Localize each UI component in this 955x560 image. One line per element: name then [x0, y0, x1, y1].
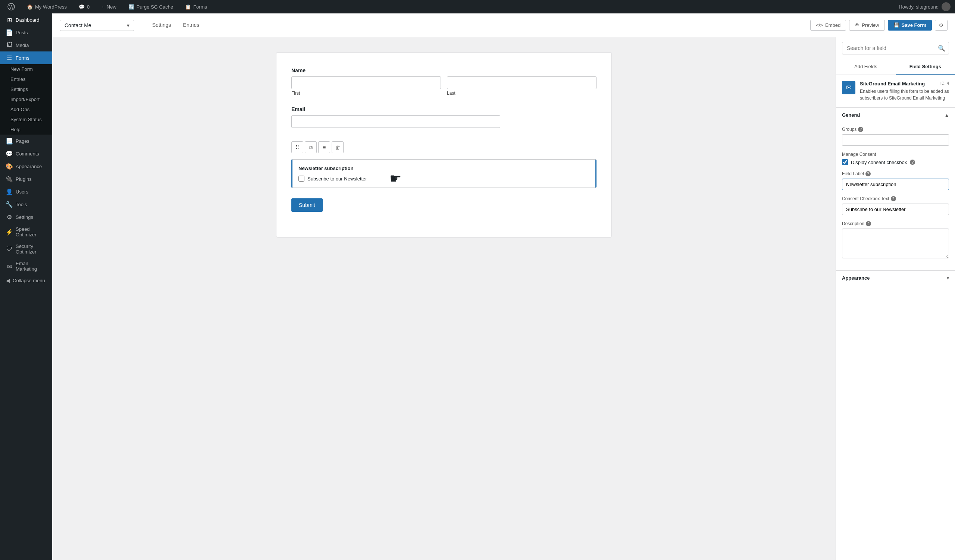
save-form-button[interactable]: 💾 Save Form	[888, 20, 932, 31]
form-inner: Name First Last	[276, 52, 612, 237]
embed-icon: </>	[816, 22, 823, 28]
purge-icon: 🔄	[128, 4, 134, 10]
consent-text-help-icon[interactable]: ?	[891, 196, 896, 201]
sidebar-item-speed-optimizer[interactable]: ⚡ Speed Optimizer	[0, 223, 52, 240]
groups-help-icon[interactable]: ?	[858, 127, 863, 132]
duplicate-button[interactable]: ⧉	[305, 141, 317, 153]
manage-consent-label: Manage Consent	[842, 152, 949, 157]
form-nav-settings[interactable]: Settings	[146, 19, 177, 32]
delete-button[interactable]: 🗑	[332, 141, 344, 153]
sidebar-item-add-ons[interactable]: Add-Ons	[0, 105, 52, 114]
field-label-field: Field Label ?	[842, 171, 949, 190]
email-field-group: Email	[291, 106, 596, 128]
copy-icon: ⧉	[309, 144, 313, 151]
embed-button[interactable]: </> Embed	[810, 20, 846, 31]
drag-icon: ⠿	[296, 144, 299, 150]
tools-icon: 🔧	[6, 201, 13, 207]
field-label-help-icon[interactable]: ?	[866, 171, 871, 176]
email-input[interactable]	[291, 115, 500, 128]
sidebar-item-users[interactable]: 👤 Users	[0, 185, 52, 198]
sidebar-item-email-marketing[interactable]: ✉ Email Marketing	[0, 257, 52, 275]
search-input[interactable]	[842, 42, 949, 55]
general-label: General	[842, 112, 860, 118]
chevron-up-icon: ▲	[944, 112, 949, 118]
sidebar-item-entries[interactable]: Entries	[0, 74, 52, 84]
description-textarea[interactable]	[842, 229, 949, 258]
sidebar-item-posts[interactable]: 📄 Posts	[0, 26, 52, 39]
sidebar-item-security-optimizer[interactable]: 🛡 Security Optimizer	[0, 240, 52, 257]
sidebar-item-new-form[interactable]: New Form	[0, 64, 52, 74]
form-nav-entries[interactable]: Entries	[177, 19, 205, 32]
sidebar-item-appearance[interactable]: 🎨 Appearance	[0, 160, 52, 173]
consent-text-label: Consent Checkbox Text ?	[842, 196, 949, 201]
form-selector[interactable]: Contact Me ▾	[60, 20, 134, 31]
search-bar: 🔍	[836, 37, 955, 59]
users-icon: 👤	[6, 188, 13, 195]
sidebar-item-dashboard[interactable]: ⊞ Dashboard	[0, 13, 52, 26]
appearance-accordion-header[interactable]: Appearance ▾	[836, 271, 955, 285]
preview-button[interactable]: 👁 Preview	[849, 20, 885, 31]
forms-sidebar-icon: ☰	[6, 55, 13, 61]
plugin-info: SiteGround Email Marketing ID: 4 Enables…	[860, 81, 949, 101]
general-accordion-header[interactable]: General ▲	[836, 108, 955, 122]
new-icon: +	[102, 4, 105, 10]
description-label: Description ?	[842, 221, 949, 226]
sidebar-item-forms[interactable]: ☰ Forms	[0, 51, 52, 64]
media-icon: 🖼	[6, 42, 13, 48]
submit-field-group: Submit	[291, 198, 596, 212]
trash-icon: 🗑	[335, 144, 340, 150]
gear-icon: ⚙	[939, 22, 943, 28]
tab-add-fields[interactable]: Add Fields	[836, 59, 896, 75]
admin-bar-my-wordpress[interactable]: 🏠 My WordPress	[24, 0, 70, 13]
display-consent-label: Display consent checkbox	[851, 159, 907, 165]
admin-bar-wp-logo[interactable]: W	[5, 0, 18, 13]
sidebar-item-settings-main[interactable]: ⚙ Settings	[0, 211, 52, 223]
description-help-icon[interactable]: ?	[866, 221, 871, 226]
body-area: Name First Last	[52, 37, 955, 560]
comments-icon: 💬	[79, 4, 85, 10]
collapse-menu-button[interactable]: ◀ Collapse menu	[0, 275, 52, 286]
email-icon: ✉	[6, 263, 13, 270]
field-label-input[interactable]	[842, 179, 949, 190]
sidebar-item-help[interactable]: Help	[0, 125, 52, 134]
appearance-icon: 🎨	[6, 163, 13, 170]
sidebar-item-import-export[interactable]: Import/Export	[0, 94, 52, 105]
sidebar-item-media[interactable]: 🖼 Media	[0, 39, 52, 51]
admin-bar-purge[interactable]: 🔄 Purge SG Cache	[125, 0, 176, 13]
header-actions: </> Embed 👁 Preview 💾 Save Form ⚙	[810, 20, 947, 31]
sidebar-item-pages[interactable]: 📃 Pages	[0, 134, 52, 147]
description-field: Description ?	[842, 221, 949, 259]
collapse-icon: ◀	[6, 278, 10, 283]
admin-bar-forms[interactable]: 📋 Forms	[182, 0, 210, 13]
submit-button[interactable]: Submit	[291, 198, 323, 212]
last-name-input[interactable]	[447, 76, 596, 89]
sidebar-item-settings[interactable]: Settings	[0, 84, 52, 94]
display-consent-checkbox[interactable]	[842, 159, 848, 165]
consent-checkbox-row: Display consent checkbox ?	[842, 159, 949, 165]
sidebar-item-comments[interactable]: 💬 Comments	[0, 147, 52, 160]
newsletter-section-label: Newsletter subscription	[299, 165, 590, 171]
consent-text-input[interactable]	[842, 204, 949, 215]
admin-bar-new[interactable]: + New	[99, 0, 119, 13]
plugin-card: ✉ SiteGround Email Marketing ID: 4 Enabl…	[836, 75, 955, 108]
sidebar-item-tools[interactable]: 🔧 Tools	[0, 198, 52, 211]
form-canvas: Name First Last	[52, 37, 836, 560]
name-field-group: Name First Last	[291, 67, 596, 96]
groups-input[interactable]	[842, 134, 949, 146]
display-consent-help-icon[interactable]: ?	[910, 159, 915, 165]
admin-bar-comments[interactable]: 💬 0	[76, 0, 92, 13]
settings-button[interactable]: ≡	[318, 141, 330, 153]
drag-handle-button[interactable]: ⠿	[291, 141, 303, 153]
sidebar-item-system-status[interactable]: System Status	[0, 114, 52, 125]
forms-icon: 📋	[185, 4, 191, 10]
search-icon: 🔍	[938, 45, 945, 52]
form-header: Contact Me ▾ Settings Entries </> Embed …	[52, 13, 955, 37]
first-name-input[interactable]	[291, 76, 441, 89]
section-drag-handle	[595, 159, 596, 187]
sidebar-item-plugins[interactable]: 🔌 Plugins	[0, 173, 52, 185]
email-marketing-icon: ✉	[846, 84, 852, 92]
tab-field-settings[interactable]: Field Settings	[896, 59, 955, 75]
newsletter-checkbox[interactable]	[299, 176, 304, 182]
settings-gear-button[interactable]: ⚙	[935, 20, 947, 31]
dashboard-icon: ⊞	[6, 16, 13, 23]
